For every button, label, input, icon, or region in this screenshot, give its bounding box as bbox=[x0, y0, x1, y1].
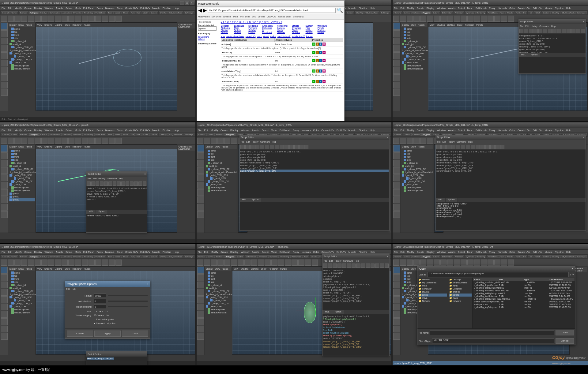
menu-display[interactable]: Display bbox=[427, 129, 435, 132]
menu-normals[interactable]: Normals bbox=[498, 129, 507, 132]
tool-icon[interactable] bbox=[197, 211, 204, 218]
se-tool-icon[interactable] bbox=[366, 264, 370, 268]
od-cancel-button[interactable]: Cancel bbox=[556, 338, 574, 344]
file-row[interactable]: L_charRig_armSetup_v002.mel0 KBmel File6… bbox=[473, 289, 575, 292]
se-input[interactable]: rename "circle1" "L_temp_CTRL"; bbox=[86, 214, 147, 232]
se-tool-icon[interactable] bbox=[285, 145, 289, 149]
tool-icon[interactable] bbox=[197, 326, 204, 332]
se-tool-icon[interactable] bbox=[299, 145, 303, 149]
tool-icon[interactable] bbox=[1, 304, 8, 310]
menu-display[interactable]: Display bbox=[34, 251, 42, 253]
se-tool-icon[interactable] bbox=[240, 145, 245, 149]
outliner-item[interactable]: persp bbox=[9, 27, 35, 30]
shelf-icon[interactable] bbox=[95, 16, 101, 22]
doc-quicklinks[interactable]: attrsconstructionHistorycreateUVsnameobj… bbox=[221, 35, 343, 37]
shelf-icon[interactable] bbox=[400, 260, 406, 266]
menu-assets[interactable]: Assets bbox=[252, 129, 259, 132]
shelf-tab[interactable]: General bbox=[1, 11, 10, 14]
se-tool-icon[interactable] bbox=[361, 264, 365, 268]
menu-window[interactable]: Window bbox=[437, 7, 446, 9]
menu-pipeline[interactable]: Pipeline bbox=[359, 129, 367, 132]
browser-window[interactable]: Maya commands ◀ ▶ file:///C:/Program Fil… bbox=[197, 0, 345, 121]
shelf-tab[interactable]: Polygons bbox=[29, 11, 39, 14]
shelf-icon[interactable] bbox=[393, 260, 399, 266]
tool-icon[interactable] bbox=[393, 23, 400, 30]
shelf-icon[interactable] bbox=[48, 16, 54, 22]
shelf-tab[interactable]: Custom bbox=[542, 11, 551, 14]
menu-assets[interactable]: Assets bbox=[56, 251, 63, 253]
menu-display[interactable]: Display bbox=[34, 7, 42, 9]
menu-mesh[interactable]: Mesh bbox=[467, 251, 473, 253]
shelf-tabs[interactable]: GeneralCurvesSurfacesPolygonsSubdivsDefo… bbox=[0, 11, 195, 15]
se-tool-icon[interactable] bbox=[456, 145, 460, 149]
shelf-icon[interactable] bbox=[305, 260, 311, 266]
outliner-item[interactable]: persp bbox=[401, 27, 427, 30]
menu-edit[interactable]: Edit bbox=[400, 251, 405, 253]
shelf-icon[interactable] bbox=[21, 138, 27, 144]
outliner-item[interactable]: L_temp_CTRL_Off bbox=[9, 180, 35, 183]
shelf-tab[interactable]: Fluids bbox=[122, 255, 129, 258]
se-tool-icon[interactable] bbox=[265, 145, 269, 149]
menu-window[interactable]: Window bbox=[45, 7, 53, 9]
tool-icon[interactable] bbox=[393, 160, 400, 166]
outliner-item[interactable]: L_temp_CTRL bbox=[401, 61, 427, 64]
shelf-icon[interactable] bbox=[82, 260, 88, 266]
se-tool-icon[interactable] bbox=[113, 181, 116, 186]
shelf[interactable] bbox=[0, 15, 195, 22]
shelf-icon[interactable] bbox=[298, 260, 304, 266]
shelf-tab[interactable]: Dynamics bbox=[72, 255, 82, 258]
od-folder-tree[interactable]: 📁 Desktop📁 My Documents📁 mihai📁 Computer… bbox=[417, 278, 448, 328]
shelf-icon[interactable] bbox=[28, 16, 34, 22]
tool-icon[interactable] bbox=[197, 289, 204, 296]
bookmark-item[interactable]: marked_order bbox=[278, 16, 291, 18]
shelf-icon[interactable] bbox=[204, 260, 210, 266]
se-tool-icon[interactable] bbox=[356, 264, 360, 268]
shelf-icon[interactable] bbox=[224, 260, 230, 266]
od-folder-tree2[interactable]: 📁 Desktop📁 My Documents📁 mihai📁 Computer… bbox=[448, 278, 473, 328]
bookmark-item[interactable]: VF wiki bbox=[258, 16, 265, 18]
bookmark-item[interactable]: Most Visited bbox=[198, 16, 210, 18]
menu-mesh[interactable]: Mesh bbox=[271, 129, 277, 132]
shelf-tab[interactable]: Softimage bbox=[576, 255, 587, 258]
se-tool-icon[interactable] bbox=[100, 181, 104, 186]
se-tool-icon[interactable] bbox=[289, 145, 294, 149]
shelf-icon[interactable] bbox=[21, 260, 27, 266]
tool-icon[interactable] bbox=[197, 196, 204, 203]
outliner-item[interactable]: side bbox=[205, 159, 237, 162]
outliner-item[interactable]: L_elbow_CTRL_Off bbox=[401, 168, 433, 171]
shelf-icon[interactable] bbox=[447, 16, 453, 22]
menu-window[interactable]: Window bbox=[241, 129, 249, 132]
shelf-icon[interactable] bbox=[427, 16, 433, 22]
shelf-icon[interactable] bbox=[109, 16, 115, 22]
se-tool-icon[interactable] bbox=[347, 264, 351, 268]
shelf-icon[interactable] bbox=[440, 16, 447, 22]
menu-edit[interactable]: Edit bbox=[400, 7, 405, 9]
shelf-icon[interactable] bbox=[413, 138, 420, 144]
menu-edit mesh[interactable]: Edit Mesh bbox=[476, 251, 487, 253]
menu-help[interactable]: Help bbox=[370, 129, 375, 132]
shelf-tab[interactable]: Toon bbox=[499, 255, 506, 258]
tool-icon[interactable] bbox=[1, 38, 8, 44]
tool-icon[interactable] bbox=[393, 304, 400, 310]
search-icon[interactable]: 🔍 bbox=[337, 7, 343, 13]
shelf-icon[interactable] bbox=[197, 260, 203, 266]
menu-color[interactable]: Color bbox=[313, 251, 319, 253]
tool-icon[interactable] bbox=[1, 182, 8, 189]
shelf-tab[interactable]: Custom bbox=[149, 255, 158, 258]
file-row[interactable]: L_charRig_spineSetup_v002.mel0 KBmel Fil… bbox=[473, 297, 575, 300]
tool-icon[interactable] bbox=[1, 89, 8, 96]
menu-edit uvs[interactable]: Edit UVs bbox=[533, 7, 542, 9]
menu-muscle[interactable]: Muscle bbox=[349, 251, 356, 253]
menu-mesh[interactable]: Mesh bbox=[467, 129, 473, 132]
shelf-tab[interactable]: Fur bbox=[130, 255, 135, 258]
shelf-tab[interactable]: Fluids bbox=[122, 11, 129, 14]
outliner-item[interactable]: defaultLightSet bbox=[9, 186, 35, 189]
tool-icon[interactable] bbox=[1, 167, 8, 174]
menu-mesh[interactable]: Mesh bbox=[75, 251, 81, 253]
tool-icon[interactable] bbox=[197, 282, 204, 288]
shelf-tab[interactable]: Polygons bbox=[421, 11, 431, 14]
se-tool-icon[interactable] bbox=[375, 264, 379, 268]
shelf-tab[interactable]: Fur bbox=[522, 255, 527, 258]
menu-proxy[interactable]: Proxy bbox=[489, 7, 495, 9]
shelf-tab[interactable]: General bbox=[197, 255, 206, 258]
